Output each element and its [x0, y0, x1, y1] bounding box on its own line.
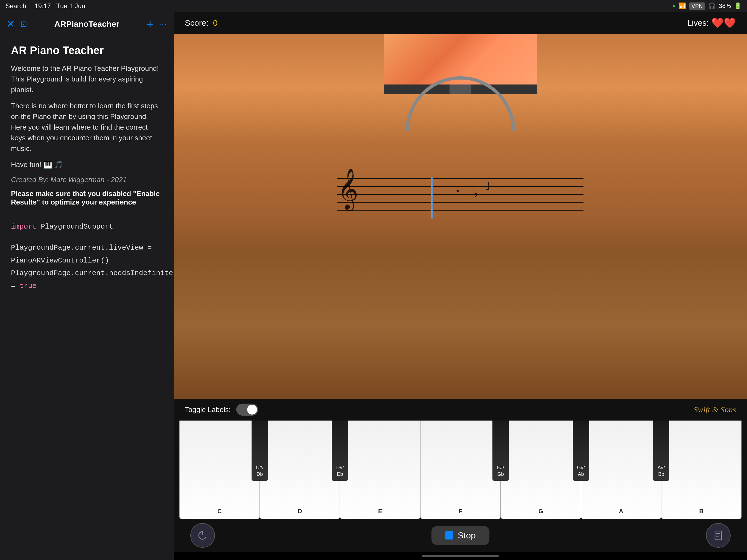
score-label: Score:: [185, 18, 209, 27]
white-key-b-label: B: [699, 508, 703, 515]
black-key-fsharp[interactable]: F#/Gb: [492, 421, 509, 481]
signal-dot: ●: [672, 3, 675, 9]
right-panel: Score: 0 Lives: ❤️❤️ 𝄞: [174, 12, 747, 560]
black-key-asharp-label: A#/Bb: [658, 464, 665, 478]
white-key-b[interactable]: B: [661, 421, 742, 519]
left-panel: ✕ ⊡ ARPianoTeacher + ··· AR Piano Teache…: [0, 12, 174, 560]
doc-para1: Welcome to the AR Piano Teacher Playgrou…: [11, 63, 163, 95]
piano-section: Toggle Labels: Swift & Sons C D: [174, 399, 747, 519]
brand-name: Swift & Sons: [694, 405, 736, 414]
code-bool-true: true: [19, 282, 36, 290]
doc-para3: Have fun! 🎹 🎵: [11, 159, 163, 170]
toolbar: ✕ ⊡ ARPianoTeacher + ···: [0, 12, 174, 36]
code-line-3: PlaygroundPage.current.liveView = PianoA…: [11, 241, 163, 267]
toolbar-title: ARPianoTeacher: [32, 19, 141, 29]
ar-view: 𝄞 ♩ ♭ ♩: [174, 34, 747, 399]
toggle-label: Toggle Labels:: [185, 406, 231, 414]
toggle-row: Toggle Labels: Swift & Sons: [174, 399, 747, 421]
code-line-4: PlaygroundPage.current.needsIndefiniteEx…: [11, 267, 163, 292]
white-key-f-label: F: [459, 508, 462, 515]
staff-line-5: [337, 210, 584, 211]
lives-label: Lives:: [687, 18, 709, 28]
status-right: ● 📶 VPN 🎧 38% 🔋: [672, 2, 742, 10]
piano-keys: C D E F G: [174, 421, 747, 519]
staff-line-4: [337, 202, 584, 203]
lives-section: Lives: ❤️❤️: [687, 17, 736, 29]
code-line-1: import PlaygroundSupport: [11, 221, 163, 233]
hearts-display: ❤️❤️: [712, 17, 736, 29]
battery-icon: 🔋: [734, 2, 742, 9]
search-label[interactable]: Search: [5, 2, 26, 10]
music-note-1: ♩: [456, 182, 461, 194]
white-key-c[interactable]: C: [179, 421, 260, 519]
sidebar-toggle-button[interactable]: ⊡: [20, 19, 27, 29]
vpn-badge: VPN: [689, 2, 705, 10]
status-left: Search 19:17 Tue 1 Jun: [5, 2, 85, 10]
white-key-a-label: A: [619, 508, 623, 515]
staff-line-1: [337, 178, 584, 179]
white-key-g[interactable]: G: [500, 421, 581, 519]
white-key-f[interactable]: F: [420, 421, 500, 519]
black-key-asharp[interactable]: A#/Bb: [653, 421, 669, 481]
white-key-e[interactable]: E: [340, 421, 420, 519]
black-key-dsharp-label: D#/Eb: [336, 464, 344, 478]
blue-cursor: [431, 177, 433, 219]
white-key-d-label: D: [298, 508, 302, 515]
document-icon: [713, 530, 724, 541]
doc-warning: Please make sure that you disabled "Enab…: [11, 189, 163, 206]
white-key-g-label: G: [538, 508, 543, 515]
black-key-csharp[interactable]: C#/Db: [252, 421, 268, 481]
power-icon: [197, 530, 208, 541]
black-key-csharp-label: C#/Db: [256, 464, 264, 478]
score-display: Score: 0: [185, 18, 217, 28]
stop-label: Stop: [458, 531, 476, 541]
home-indicator: [174, 552, 747, 560]
wifi-icon: 📶: [679, 2, 686, 9]
add-button[interactable]: +: [147, 17, 154, 31]
toggle-switch[interactable]: [236, 404, 258, 416]
doc-button[interactable]: [706, 523, 730, 548]
close-button[interactable]: ✕: [6, 18, 15, 30]
doc-para2: There is no where better to learn the fi…: [11, 101, 163, 154]
stop-button[interactable]: Stop: [432, 526, 489, 545]
time-display: 19:17: [34, 2, 51, 10]
music-staff: 𝄞 ♩ ♭ ♩: [337, 176, 584, 220]
stop-icon: [445, 531, 453, 539]
white-key-a[interactable]: A: [581, 421, 662, 519]
headphone-icon: 🎧: [708, 2, 716, 9]
doc-author: Created By: Marc Wiggerman - 2021: [11, 176, 163, 184]
battery-percent: 38%: [719, 2, 731, 9]
main-layout: ✕ ⊡ ARPianoTeacher + ··· AR Piano Teache…: [0, 12, 747, 560]
run-button[interactable]: [190, 523, 215, 548]
divider: [11, 212, 163, 212]
date-display: Tue 1 Jun: [56, 2, 85, 10]
import-keyword: import: [11, 223, 36, 231]
home-bar: [422, 555, 499, 557]
black-key-gsharp-label: G#/Ab: [577, 464, 585, 478]
more-button[interactable]: ···: [159, 20, 167, 28]
white-key-c-label: C: [217, 508, 222, 515]
code-block: import PlaygroundSupport PlaygroundPage.…: [11, 221, 163, 292]
white-key-e-label: E: [378, 508, 382, 515]
music-note-2: ♭: [473, 187, 478, 200]
black-key-fsharp-label: F#/Gb: [497, 464, 504, 478]
toggle-thumb: [247, 405, 257, 414]
import-module: PlaygroundSupport: [36, 223, 113, 231]
piano-keys-container: C D E F G: [179, 421, 742, 519]
status-bar: Search 19:17 Tue 1 Jun ● 📶 VPN 🎧 38% 🔋: [0, 0, 747, 12]
music-note-3: ♩: [485, 180, 490, 193]
black-key-dsharp[interactable]: D#/Eb: [332, 421, 348, 481]
bottom-bar: Stop: [174, 519, 747, 552]
doc-content: AR Piano Teacher Welcome to the AR Piano…: [0, 36, 174, 560]
white-key-d[interactable]: D: [260, 421, 340, 519]
doc-title: AR Piano Teacher: [11, 44, 163, 57]
code-blank: [11, 233, 163, 241]
black-key-gsharp[interactable]: G#/Ab: [573, 421, 589, 481]
score-value: 0: [213, 18, 217, 27]
score-bar: Score: 0 Lives: ❤️❤️: [174, 12, 747, 34]
